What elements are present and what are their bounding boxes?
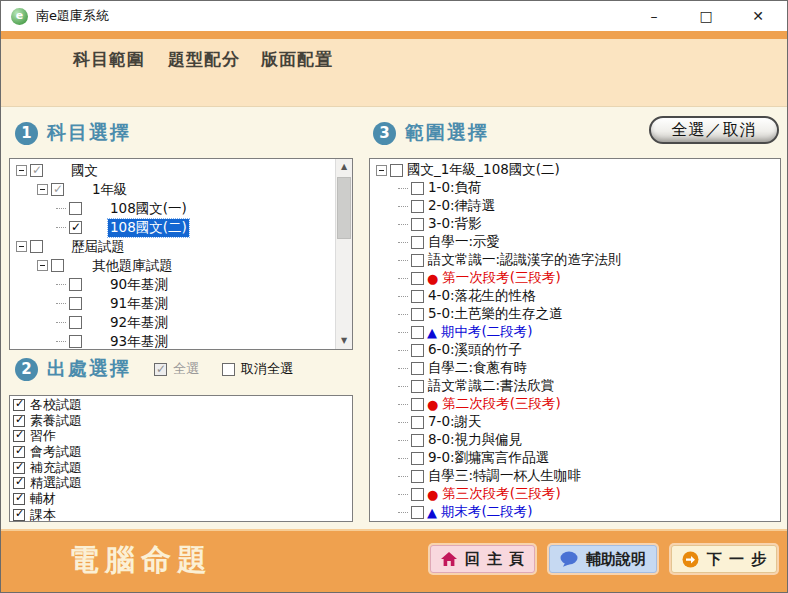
- deselect-all-checkbox[interactable]: [222, 363, 235, 376]
- source-item[interactable]: 會考試題: [10, 444, 352, 460]
- checkbox[interactable]: [69, 202, 82, 215]
- tree-item[interactable]: 2-0:律詩選: [370, 197, 780, 215]
- collapse-icon[interactable]: [16, 165, 27, 176]
- checkbox[interactable]: [411, 488, 424, 501]
- tree-item[interactable]: 3-0:背影: [370, 215, 780, 233]
- source-item[interactable]: 素養試題: [10, 413, 352, 429]
- tree-item[interactable]: 7-0:謝天: [370, 413, 780, 431]
- tree-item[interactable]: 歷屆試題: [10, 237, 334, 256]
- checkbox[interactable]: [411, 218, 424, 231]
- checkbox[interactable]: [411, 470, 424, 483]
- tree-item[interactable]: ▲期中考(二段考): [370, 323, 780, 341]
- checkbox[interactable]: [13, 415, 25, 427]
- tree-item[interactable]: 8-0:視力與偏見: [370, 431, 780, 449]
- scroll-up-icon[interactable]: ▲: [336, 159, 352, 175]
- tree-item[interactable]: 其他題庫試題: [10, 256, 334, 275]
- tree-item[interactable]: 國文_1年級_108國文(二): [370, 161, 780, 179]
- checkbox[interactable]: [411, 398, 424, 411]
- tree-item[interactable]: 9-0:劉墉寓言作品選: [370, 449, 780, 467]
- tree-connector: [398, 206, 408, 207]
- source-item[interactable]: 輔材: [10, 491, 352, 507]
- checkbox[interactable]: [411, 254, 424, 267]
- tree-item[interactable]: 1-0:負荷: [370, 179, 780, 197]
- maximize-button[interactable]: □: [699, 8, 713, 24]
- checkbox[interactable]: [13, 430, 25, 442]
- checkbox[interactable]: [69, 297, 82, 310]
- tree-item[interactable]: 自學一:示愛: [370, 233, 780, 251]
- circle-marker-icon: ●: [427, 398, 438, 411]
- tree-item[interactable]: ●第三次段考(三段考): [370, 485, 780, 503]
- checkbox[interactable]: [411, 344, 424, 357]
- checkbox[interactable]: [51, 259, 64, 272]
- triangle-marker-icon: ▲: [427, 506, 437, 519]
- checkbox[interactable]: [30, 240, 43, 253]
- checkbox[interactable]: [13, 509, 25, 521]
- home-button[interactable]: 回主頁: [430, 545, 535, 573]
- checkbox[interactable]: [13, 446, 25, 458]
- checkbox[interactable]: [69, 335, 82, 348]
- checkbox[interactable]: [411, 506, 424, 519]
- tree-item[interactable]: 91年基測: [10, 294, 334, 313]
- collapse-icon[interactable]: [376, 165, 387, 176]
- checkbox[interactable]: [30, 164, 43, 177]
- checkbox[interactable]: [411, 290, 424, 303]
- tree-item[interactable]: 自學三:特調一杯人生咖啡: [370, 467, 780, 485]
- tree-item[interactable]: ●第二次段考(三段考): [370, 395, 780, 413]
- tree-item[interactable]: 語文常識一:認識漢字的造字法則: [370, 251, 780, 269]
- checkbox[interactable]: [411, 308, 424, 321]
- checkbox[interactable]: [411, 272, 424, 285]
- source-item[interactable]: 課本: [10, 507, 352, 522]
- checkbox[interactable]: [13, 399, 25, 411]
- range-panel-heading: 3 範圍選擇: [373, 120, 489, 146]
- scrollbar-thumb[interactable]: [337, 177, 351, 239]
- source-item[interactable]: 精選試題: [10, 475, 352, 491]
- checkbox[interactable]: [13, 462, 25, 474]
- minimize-button[interactable]: –: [647, 8, 661, 24]
- tree-item[interactable]: 國文: [10, 161, 334, 180]
- tree-item[interactable]: 語文常識二:書法欣賞: [370, 377, 780, 395]
- source-item[interactable]: 各校試題: [10, 397, 352, 413]
- checkbox[interactable]: [51, 183, 64, 196]
- collapse-icon[interactable]: [37, 260, 48, 271]
- tree-item[interactable]: 90年基測: [10, 275, 334, 294]
- source-item[interactable]: 補充試題: [10, 460, 352, 476]
- checkbox[interactable]: [390, 164, 403, 177]
- tree-item[interactable]: 1年級: [10, 180, 334, 199]
- checkbox[interactable]: [411, 380, 424, 393]
- tree-item[interactable]: 4-0:落花生的性格: [370, 287, 780, 305]
- close-button[interactable]: ✕: [751, 8, 765, 24]
- tree-item[interactable]: 5-0:土芭樂的生存之道: [370, 305, 780, 323]
- checkbox[interactable]: [69, 316, 82, 329]
- collapse-icon[interactable]: [16, 241, 27, 252]
- checkbox[interactable]: [411, 236, 424, 249]
- vertical-scrollbar[interactable]: ▲ ▼: [335, 159, 352, 349]
- tree-item[interactable]: 108國文(二): [10, 218, 334, 237]
- tree-item[interactable]: 108國文(一): [10, 199, 334, 218]
- scroll-down-icon[interactable]: ▼: [336, 333, 352, 349]
- checkbox[interactable]: [411, 182, 424, 195]
- checkbox[interactable]: [13, 493, 25, 505]
- source-item[interactable]: 習作: [10, 428, 352, 444]
- tree-item[interactable]: ●第一次段考(三段考): [370, 269, 780, 287]
- checkbox[interactable]: [411, 200, 424, 213]
- tree-item-label: 5-0:土芭樂的生存之道: [426, 305, 565, 323]
- checkbox[interactable]: [69, 278, 82, 291]
- select-all-toggle-button[interactable]: 全選／取消: [649, 116, 779, 144]
- checkbox[interactable]: [411, 416, 424, 429]
- checkbox[interactable]: [13, 477, 25, 489]
- checkbox[interactable]: [411, 326, 424, 339]
- tree-item[interactable]: 自學二:食蔥有時: [370, 359, 780, 377]
- checkbox[interactable]: [411, 362, 424, 375]
- tree-item[interactable]: 93年基測: [10, 332, 334, 350]
- help-button[interactable]: 輔助說明: [549, 545, 657, 573]
- tree-connector: [398, 242, 408, 243]
- next-button[interactable]: 下一步: [671, 545, 777, 573]
- checkbox[interactable]: [411, 452, 424, 465]
- tree-item[interactable]: 92年基測: [10, 313, 334, 332]
- tree-item[interactable]: ▲期末考(二段考): [370, 503, 780, 521]
- checkbox[interactable]: [411, 434, 424, 447]
- tree-item[interactable]: 6-0:溪頭的竹子: [370, 341, 780, 359]
- select-all-checkbox[interactable]: [154, 363, 167, 376]
- checkbox[interactable]: [69, 221, 82, 234]
- collapse-icon[interactable]: [37, 184, 48, 195]
